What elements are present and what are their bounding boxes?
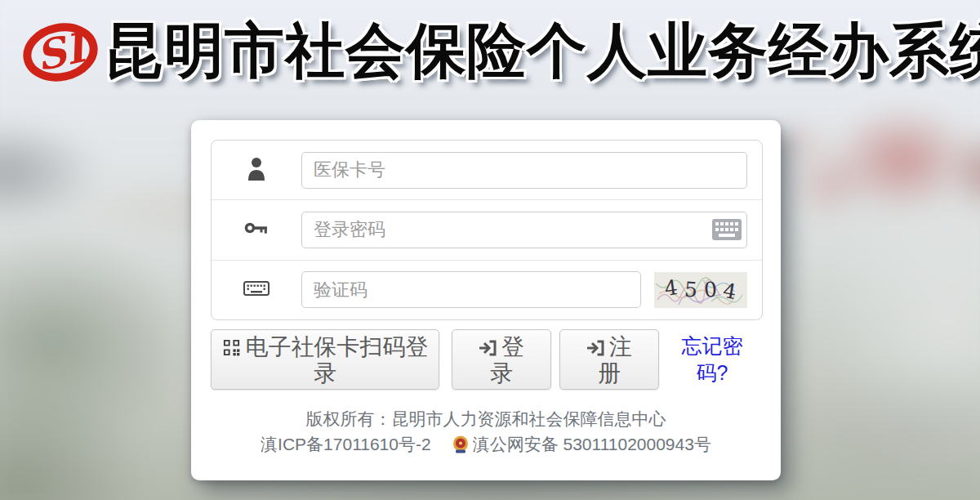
captcha-digit: 0: [703, 278, 717, 302]
action-buttons-row: 电子社保卡扫码登录 登录 注册 忘记密码?: [211, 329, 761, 390]
page-title: 昆明市社会保险个人业务经办系统: [104, 13, 980, 88]
login-button[interactable]: 登录: [452, 329, 551, 390]
police-registration-link[interactable]: 滇公网安备 53011102000943号: [452, 435, 711, 453]
login-card: 4 5 0 4 电子社保卡扫码登录: [191, 120, 781, 480]
password-row: [212, 199, 762, 259]
police-badge-icon: [452, 435, 469, 453]
login-form: 4 5 0 4: [211, 140, 763, 320]
qrcode-icon: [222, 338, 241, 357]
user-icon: [246, 156, 267, 184]
police-number: 滇公网安备 53011102000943号: [473, 435, 711, 453]
icp-number: 滇ICP备17011610号-2: [261, 435, 431, 453]
virtual-keyboard-icon[interactable]: [712, 217, 742, 242]
register-button[interactable]: 注册: [559, 329, 659, 390]
captcha-input[interactable]: [301, 271, 641, 308]
card-number-input[interactable]: [301, 152, 747, 189]
escard-scan-login-button[interactable]: 电子社保卡扫码登录: [211, 329, 439, 390]
captcha-image[interactable]: 4 5 0 4: [654, 272, 747, 308]
captcha-row: 4 5 0 4: [212, 260, 762, 319]
sign-in-icon: [586, 339, 604, 357]
key-icon: [244, 221, 269, 238]
social-insurance-si-logo: SI: [21, 18, 100, 87]
keyboard-icon: [243, 279, 270, 301]
forgot-password-link[interactable]: 忘记密码?: [677, 329, 747, 386]
copyright-text: 版权所有：昆明市人力资源和社会保障信息中心: [191, 406, 781, 431]
registration-line: 滇ICP备17011610号-2 滇公网安备 53011102000943号: [191, 431, 781, 457]
card-number-row: [212, 141, 762, 199]
scan-login-label: 电子社保卡扫码登录: [246, 334, 429, 386]
password-input[interactable]: [301, 212, 747, 248]
captcha-digit: 5: [684, 278, 698, 302]
footer: 版权所有：昆明市人力资源和社会保障信息中心 滇ICP备17011610号-2 滇…: [191, 406, 781, 457]
sign-in-icon: [479, 339, 497, 357]
